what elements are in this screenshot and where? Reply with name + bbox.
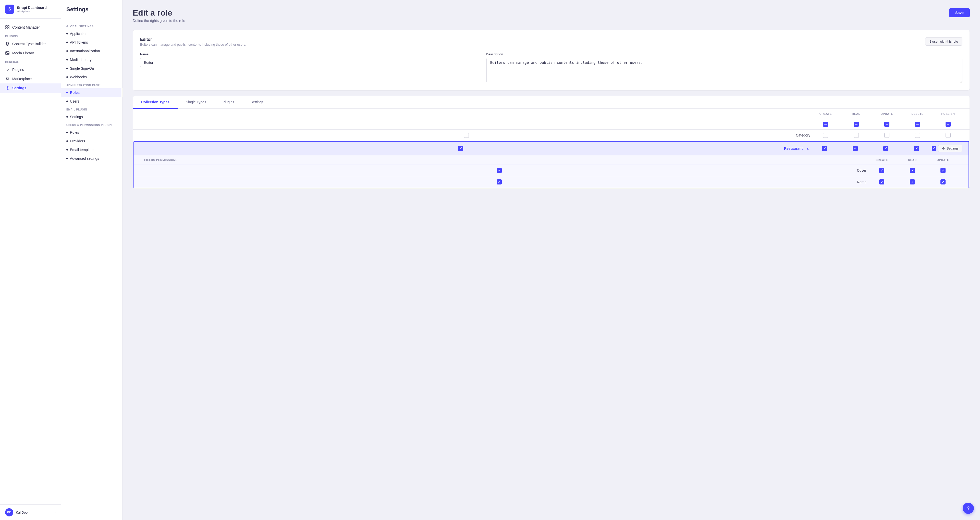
description-label: Description xyxy=(487,52,963,56)
category-update-checkbox[interactable] xyxy=(884,133,889,138)
plugins-label: Plugins xyxy=(12,68,24,72)
tab-collection-types[interactable]: Collection Types xyxy=(133,96,178,109)
page-title-group: Edit a role Define the rights given to t… xyxy=(133,8,185,23)
user-count-badge[interactable]: 1 user with this role xyxy=(925,37,963,46)
general-section-label: GENERAL xyxy=(0,58,61,65)
save-button[interactable]: Save xyxy=(949,8,970,17)
master-create-checkbox[interactable] xyxy=(823,122,828,127)
field-name-update-checkbox[interactable] xyxy=(940,180,945,184)
cover-checkbox[interactable] xyxy=(496,168,502,173)
sidebar-nav: Content Manager PLUGINS Content-Type Bui… xyxy=(0,19,61,504)
cover-label: Cover xyxy=(857,169,866,172)
up-roles-label: Roles xyxy=(70,130,79,134)
main: Settings GLOBAL SETTINGS Application API… xyxy=(61,0,980,520)
bullet-icon xyxy=(66,76,68,78)
perm-col-delete: DELETE xyxy=(902,112,933,115)
restaurant-publish-checkbox[interactable] xyxy=(932,146,936,151)
master-delete-checkbox[interactable] xyxy=(915,122,920,127)
master-publish-checkbox[interactable] xyxy=(945,122,951,127)
perm-col-read: READ xyxy=(841,112,872,115)
tab-settings[interactable]: Settings xyxy=(242,96,272,109)
image-icon xyxy=(5,51,10,56)
field-name-create-checkbox[interactable] xyxy=(879,180,884,184)
perm-col-update: UPDATE xyxy=(872,112,902,115)
advanced-settings-label: Advanced settings xyxy=(70,156,99,161)
settings-divider xyxy=(66,17,75,17)
tab-single-types[interactable]: Single Types xyxy=(178,96,215,109)
cart-icon xyxy=(5,76,10,81)
role-card-desc: Editors can manage and publish contents … xyxy=(140,43,246,46)
sidebar-item-content-manager[interactable]: Content Manager xyxy=(0,23,61,32)
app-title: Strapi Dashboard xyxy=(17,6,47,10)
svg-point-6 xyxy=(6,80,7,80)
cover-update-checkbox[interactable] xyxy=(940,168,945,173)
description-form-group: Description Editors can manage and publi… xyxy=(487,52,963,83)
fields-section: FIELDS PERMISSIONS CREATE READ UPDATE Co… xyxy=(134,155,969,188)
field-name-read-checkbox[interactable] xyxy=(910,180,915,184)
sidebar-footer: KD Kai Doe ‹ xyxy=(0,504,61,520)
settings-nav-advanced-settings[interactable]: Advanced settings xyxy=(61,154,122,163)
restaurant-update-checkbox[interactable] xyxy=(883,146,888,151)
bullet-icon xyxy=(66,92,68,93)
description-textarea[interactable]: Editors can manage and publish contents … xyxy=(487,58,963,83)
user-name: Kai Doe xyxy=(16,510,52,514)
settings-nav-email-templates[interactable]: Email templates xyxy=(61,145,122,154)
category-read-checkbox[interactable] xyxy=(854,133,859,138)
restaurant-create-checkbox[interactable] xyxy=(822,146,827,151)
settings-nav-users[interactable]: Users xyxy=(61,97,122,106)
role-card-title: Editor xyxy=(140,37,246,42)
restaurant-settings-button[interactable]: ⚙ Settings xyxy=(938,145,963,152)
settings-nav-up-roles[interactable]: Roles xyxy=(61,128,122,137)
svg-rect-0 xyxy=(6,25,7,27)
sidebar-item-settings[interactable]: Settings xyxy=(0,83,61,92)
name-input[interactable] xyxy=(140,58,480,67)
plugins-section-label: PLUGINS xyxy=(0,32,61,39)
content-manager-label: Content Manager xyxy=(12,25,40,29)
svg-point-5 xyxy=(6,52,7,53)
tab-plugins[interactable]: Plugins xyxy=(215,96,242,109)
master-read-checkbox[interactable] xyxy=(854,122,859,127)
cover-create-checkbox[interactable] xyxy=(879,168,884,173)
restaurant-read-checkbox[interactable] xyxy=(853,146,858,151)
sidebar-item-marketplace[interactable]: Marketplace xyxy=(0,74,61,83)
master-update-checkbox[interactable] xyxy=(884,122,889,127)
roles-label: Roles xyxy=(70,91,80,95)
settings-nav-application[interactable]: Application xyxy=(61,29,122,38)
svg-rect-1 xyxy=(8,25,9,27)
settings-nav-providers[interactable]: Providers xyxy=(61,137,122,145)
settings-sidebar: Settings GLOBAL SETTINGS Application API… xyxy=(61,0,123,520)
settings-nav-single-sign-on[interactable]: Single Sign-On xyxy=(61,64,122,73)
settings-nav-api-tokens[interactable]: API Tokens xyxy=(61,38,122,47)
perm-row-category: Category xyxy=(133,130,969,141)
role-card: Editor Editors can manage and publish co… xyxy=(133,30,970,91)
settings-icon xyxy=(5,86,10,90)
restaurant-delete-checkbox[interactable] xyxy=(914,146,919,151)
fields-col-create: CREATE xyxy=(866,159,897,162)
category-checkbox[interactable] xyxy=(464,133,469,138)
email-templates-label: Email templates xyxy=(70,148,95,152)
app-workspace: Workplace xyxy=(17,10,47,13)
up-plugin-label: USERS & PERMISSIONS PLUGIN xyxy=(61,121,122,128)
cover-read-checkbox[interactable] xyxy=(910,168,915,173)
settings-nav-internationalization[interactable]: Internationalization xyxy=(61,47,122,56)
sidebar-item-media-library[interactable]: Media Library xyxy=(0,48,61,58)
help-button[interactable]: ? xyxy=(963,503,974,514)
category-delete-checkbox[interactable] xyxy=(915,133,920,138)
category-create-checkbox[interactable] xyxy=(823,133,828,138)
layout-icon xyxy=(5,25,10,30)
settings-nav-email-settings[interactable]: Settings xyxy=(61,113,122,121)
collapse-icon[interactable]: ‹ xyxy=(55,510,56,514)
settings-nav-webhooks[interactable]: Webhooks xyxy=(61,73,122,81)
settings-nav-media-library[interactable]: Media Library xyxy=(61,56,122,64)
email-plugin-label: EMAIL PLUGIN xyxy=(61,106,122,113)
field-name-checkbox[interactable] xyxy=(496,180,502,184)
settings-nav-roles[interactable]: Roles xyxy=(61,88,122,97)
perm-col-name xyxy=(139,112,810,115)
sidebar-item-content-type-builder[interactable]: Content-Type Builder xyxy=(0,39,61,48)
bullet-icon xyxy=(66,33,68,35)
sidebar-item-plugins[interactable]: Plugins xyxy=(0,65,61,74)
restaurant-checkbox[interactable] xyxy=(458,146,463,151)
bullet-icon xyxy=(66,100,68,102)
category-publish-checkbox[interactable] xyxy=(945,133,951,138)
settings-btn-label: Settings xyxy=(947,146,959,150)
